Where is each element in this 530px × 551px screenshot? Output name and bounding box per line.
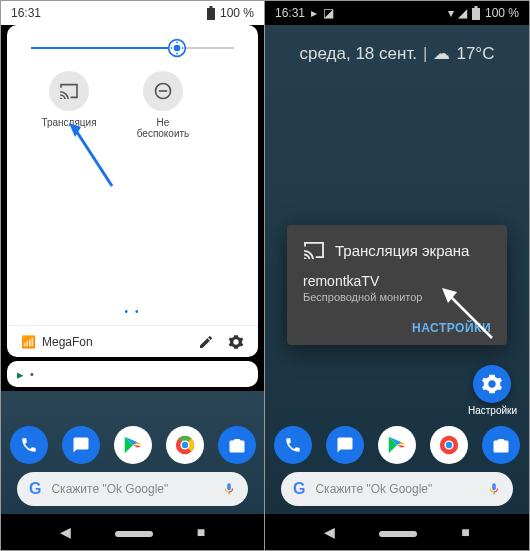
status-bar: 16:31 100 % xyxy=(1,1,264,25)
dock-camera[interactable] xyxy=(218,426,256,464)
dock-chrome[interactable] xyxy=(166,426,204,464)
dock-playstore[interactable] xyxy=(378,426,416,464)
tile-dnd-label: Не беспокоить xyxy=(131,117,195,139)
nav-home[interactable] xyxy=(379,524,417,540)
nav-back[interactable]: ◀ xyxy=(60,524,71,540)
svg-point-11 xyxy=(181,442,187,448)
search-bar[interactable]: G Скажите "Ok Google" xyxy=(17,472,248,506)
quick-settings-panel: Трансляция Не беспокоить • • 📶 MegaFon xyxy=(7,25,258,357)
notif-dot: • xyxy=(30,368,34,380)
cast-icon xyxy=(59,83,79,99)
dock-messages[interactable] xyxy=(62,426,100,464)
dock-playstore[interactable] xyxy=(114,426,152,464)
wallpaper: среда, 18 сент. | ☁ 17°C Трансляция экра… xyxy=(265,25,529,550)
search-bar[interactable]: G Скажите "Ok Google" xyxy=(281,472,513,506)
signal-icon: 📶 xyxy=(21,335,36,349)
carrier-label: MegaFon xyxy=(42,335,93,349)
svg-rect-1 xyxy=(209,6,212,8)
nav-recent[interactable]: ■ xyxy=(197,524,205,540)
dock-chrome[interactable] xyxy=(430,426,468,464)
nav-bar: ◀ ■ xyxy=(1,514,264,550)
nav-back[interactable]: ◀ xyxy=(324,524,335,540)
google-logo-icon: G xyxy=(293,480,305,498)
search-placeholder: Скажите "Ok Google" xyxy=(315,482,432,496)
svg-rect-4 xyxy=(159,90,167,92)
battery-icon xyxy=(471,6,481,20)
mic-icon[interactable] xyxy=(222,480,236,498)
phone-left: 16:31 100 % Трансляция Не бес xyxy=(1,1,265,550)
brightness-slider[interactable] xyxy=(31,47,234,49)
cast-icon xyxy=(303,241,325,259)
settings-widget-label: Настройки xyxy=(468,405,517,416)
dock-messages[interactable] xyxy=(326,426,364,464)
notif-app-icon: ▸ xyxy=(17,367,24,382)
battery-text: 100 % xyxy=(220,6,254,20)
svg-point-19 xyxy=(446,442,452,448)
annotation-arrow-icon xyxy=(67,121,117,191)
status-app-icon: ◪ xyxy=(323,6,334,20)
svg-rect-14 xyxy=(474,6,477,8)
battery-text: 100 % xyxy=(485,6,519,20)
status-time: 16:31 xyxy=(275,6,305,20)
wifi-icon: ▾ xyxy=(448,6,454,20)
dock-phone[interactable] xyxy=(10,426,48,464)
status-time: 16:31 xyxy=(11,6,41,20)
gear-icon[interactable] xyxy=(228,334,244,350)
cast-title-label: Трансляция экрана xyxy=(335,242,469,259)
battery-icon xyxy=(206,6,216,20)
page-indicator: • • xyxy=(7,306,258,317)
brightness-thumb-icon[interactable] xyxy=(167,38,187,62)
nav-bar: ◀ ■ xyxy=(265,514,529,550)
svg-rect-12 xyxy=(115,531,153,537)
tile-dnd[interactable]: Не беспокоить xyxy=(131,71,195,139)
status-play-icon: ▸ xyxy=(311,6,317,20)
svg-rect-13 xyxy=(472,8,480,20)
gear-icon xyxy=(481,373,503,395)
search-placeholder: Скажите "Ok Google" xyxy=(51,482,168,496)
nav-recent[interactable]: ■ xyxy=(461,524,469,540)
edit-icon[interactable] xyxy=(198,334,214,350)
svg-rect-20 xyxy=(379,531,417,537)
annotation-arrow-icon xyxy=(437,283,497,343)
svg-rect-0 xyxy=(207,8,215,20)
settings-widget[interactable]: Настройки xyxy=(468,365,517,416)
svg-line-5 xyxy=(75,129,112,186)
mic-icon[interactable] xyxy=(487,480,501,498)
panel-footer: 📶 MegaFon xyxy=(7,325,258,357)
svg-line-15 xyxy=(449,295,492,338)
status-bar: 16:31 ▸ ◪ ▾ ◢ 100 % xyxy=(265,1,529,25)
notification-row[interactable]: ▸ • xyxy=(7,361,258,387)
phone-right: 16:31 ▸ ◪ ▾ ◢ 100 % среда, 18 сент. | ☁ … xyxy=(265,1,529,550)
dnd-icon xyxy=(153,81,173,101)
nav-home[interactable] xyxy=(115,524,153,540)
google-logo-icon: G xyxy=(29,480,41,498)
dock-phone[interactable] xyxy=(274,426,312,464)
signal-icon: ◢ xyxy=(458,6,467,20)
dock-camera[interactable] xyxy=(482,426,520,464)
